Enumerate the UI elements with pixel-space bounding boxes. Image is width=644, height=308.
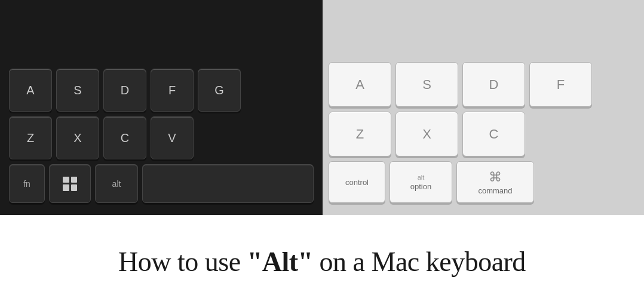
dark-key-z: Z <box>9 116 52 159</box>
light-key-command: ⌘ command <box>456 161 534 203</box>
windows-icon <box>63 177 77 191</box>
control-label: control <box>345 178 369 187</box>
dark-keyboard: A S D F G Z X C V fn alt <box>0 0 323 215</box>
main-container: A S D F G Z X C V fn alt <box>0 0 644 308</box>
dark-row-1: A S D F G <box>9 69 314 112</box>
light-key-z: Z <box>329 112 391 156</box>
dark-key-d: D <box>103 69 146 112</box>
alt-label: alt <box>418 174 425 181</box>
dark-key-v: V <box>151 116 194 159</box>
light-row-1: A S D F <box>329 62 638 107</box>
light-key-control: control <box>329 161 385 203</box>
headline-part3: on a Mac keyboard <box>313 247 526 277</box>
dark-key-f: F <box>151 69 194 112</box>
dark-key-alt: alt <box>95 164 138 203</box>
dark-key-a: A <box>9 69 52 112</box>
light-row-3: control alt option ⌘ command <box>329 161 638 203</box>
dark-key-space <box>142 164 314 203</box>
light-keyboard: A S D F Z X C control alt option <box>323 0 644 215</box>
keyboard-section: A S D F G Z X C V fn alt <box>0 0 644 215</box>
light-key-f: F <box>529 62 592 107</box>
headline-part1: How to use <box>118 247 247 277</box>
light-key-a: A <box>329 62 391 107</box>
dark-key-fn: fn <box>9 164 45 203</box>
dark-key-c: C <box>103 116 146 159</box>
headline-part2: "Alt" <box>247 247 313 277</box>
dark-key-win <box>49 164 91 203</box>
light-key-c: C <box>462 112 525 156</box>
headline: How to use "Alt" on a Mac keyboard <box>118 246 526 278</box>
dark-key-x: X <box>56 116 99 159</box>
command-icon: ⌘ <box>489 170 502 185</box>
option-label: option <box>410 182 431 191</box>
light-key-d: D <box>462 62 525 107</box>
command-label: command <box>478 186 512 195</box>
dark-row-3: fn alt <box>9 164 314 203</box>
light-key-option: alt option <box>390 161 452 203</box>
text-section: How to use "Alt" on a Mac keyboard <box>0 215 644 308</box>
dark-key-g: G <box>198 69 241 112</box>
light-key-s: S <box>395 62 458 107</box>
light-row-2: Z X C <box>329 112 638 156</box>
light-key-x: X <box>395 112 458 156</box>
dark-row-2: Z X C V <box>9 116 314 159</box>
dark-key-s: S <box>56 69 99 112</box>
